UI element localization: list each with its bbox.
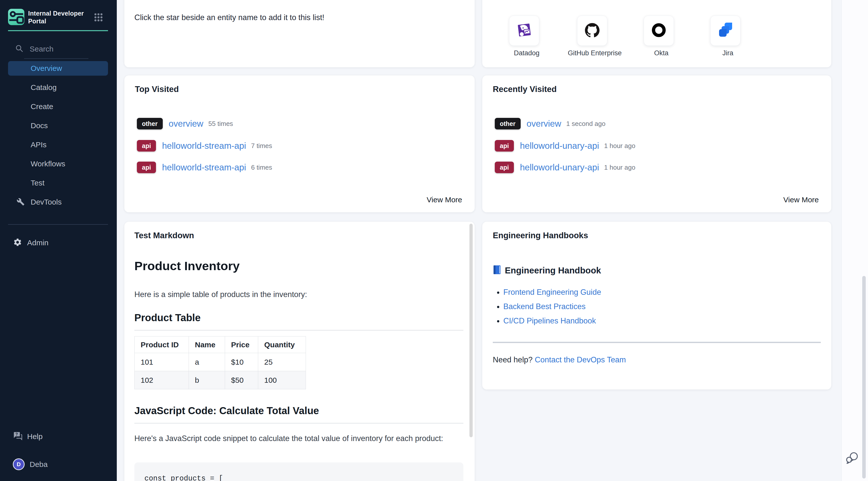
search-icon (15, 44, 24, 54)
table-row: 101 a $10 25 (135, 353, 306, 371)
list-item: Backend Best Practices (503, 299, 601, 313)
table-cell: 102 (135, 371, 189, 389)
markdown-card-title: Test Markdown (134, 231, 194, 240)
sidebar-item-apis[interactable]: APIs (0, 138, 117, 156)
column-header: Product ID (135, 336, 189, 353)
search-input[interactable]: Search (15, 41, 54, 57)
starred-entities-card: Click the star beside an entity name to … (124, 0, 475, 67)
entity-link[interactable]: helloworld-stream-api (162, 162, 246, 172)
kind-badge-other: other (495, 118, 521, 129)
entity-link[interactable]: overview (527, 119, 561, 129)
visited-row: api helloworld-stream-api 7 times (137, 140, 272, 152)
visit-count: 6 times (251, 163, 272, 171)
sidebar-item-create[interactable]: Create (0, 99, 117, 118)
avatar: D (13, 458, 25, 470)
okta-icon (651, 23, 666, 38)
tool-label-github: GitHub Enterprise (562, 49, 627, 57)
sidebar-item-workflows[interactable]: Workflows (0, 156, 117, 176)
top-visited-title: Top Visited (135, 85, 179, 94)
kind-badge-api: api (137, 140, 156, 152)
handbook-link-cicd[interactable]: CI/CD Pipelines Handbook (503, 317, 596, 325)
chat-bubbles-icon[interactable] (845, 451, 859, 466)
column-header: Price (225, 336, 258, 353)
entity-link[interactable]: helloworld-unary-api (520, 141, 599, 151)
sidebar-item-catalog[interactable]: Catalog (0, 80, 117, 99)
search-underline (24, 58, 88, 59)
github-icon (585, 23, 599, 38)
contact-devops-link[interactable]: Contact the DevOps Team (535, 355, 626, 364)
visited-row: api helloworld-unary-api 1 hour ago (495, 161, 636, 173)
tool-label-datadog: Datadog (494, 49, 559, 57)
product-table: Product ID Name Price Quantity 101 a $10… (134, 336, 306, 389)
visited-row: api helloworld-stream-api 6 times (137, 161, 272, 173)
visit-count: 7 times (251, 142, 272, 150)
list-item: CI/CD Pipelines Handbook (503, 313, 601, 328)
tool-label-okta: Okta (629, 49, 694, 57)
gear-icon (13, 238, 22, 248)
admin-label: Admin (27, 239, 49, 247)
apps-grid-icon[interactable] (94, 13, 103, 23)
table-cell: b (189, 371, 225, 389)
app-logo-icon[interactable] (8, 9, 24, 25)
sidebar-item-devtools[interactable]: DevTools (0, 195, 117, 214)
right-gutter (841, 0, 868, 481)
handbooks-card-title: Engineering Handbooks (493, 231, 588, 240)
engineering-handbooks-card: Engineering Handbooks Engineering Handbo… (482, 222, 831, 390)
sidebar-item-overview[interactable]: Overview (0, 61, 117, 80)
entity-link[interactable]: overview (169, 119, 204, 129)
section-divider (493, 342, 821, 343)
sidebar-item-test[interactable]: Test (0, 176, 117, 195)
code-block: const products = [ (134, 462, 463, 481)
view-more-button[interactable]: View More (783, 196, 819, 204)
wrench-icon (17, 198, 25, 207)
table-cell: $10 (225, 353, 258, 371)
sidebar-nav: Overview Catalog Create Docs APIs Workfl… (0, 61, 117, 214)
handbook-section-heading: Engineering Handbook (493, 265, 601, 276)
view-more-button[interactable]: View More (427, 196, 462, 204)
table-cell: 25 (258, 353, 306, 371)
accent-divider (8, 30, 108, 31)
markdown-h2-product-table: Product Table (134, 312, 463, 330)
test-markdown-card: Test Markdown Product Inventory Here is … (124, 222, 475, 481)
datadog-icon (516, 22, 532, 39)
markdown-h2-js-code: JavaScript Code: Calculate Total Value (134, 405, 463, 423)
table-header-row: Product ID Name Price Quantity (135, 336, 306, 353)
table-row: 102 b $50 100 (135, 371, 306, 389)
tool-jira[interactable] (710, 16, 740, 46)
table-cell: a (189, 353, 225, 371)
visited-row: other overview 55 times (137, 118, 233, 129)
kind-badge-other: other (137, 118, 163, 129)
kind-badge-api: api (137, 161, 156, 173)
column-header: Name (189, 336, 225, 353)
entity-link[interactable]: helloworld-unary-api (520, 162, 599, 172)
handbook-link-backend[interactable]: Backend Best Practices (503, 302, 585, 311)
sidebar-item-admin[interactable]: Admin (13, 238, 49, 248)
user-name: Deba (30, 460, 48, 469)
recently-visited-card: Recently Visited other overview 1 second… (482, 76, 831, 212)
list-item: Frontend Engineering Guide (503, 285, 601, 299)
table-cell: 101 (135, 353, 189, 371)
markdown-h1: Product Inventory (134, 259, 240, 273)
column-header: Quantity (258, 336, 306, 353)
entity-link[interactable]: helloworld-stream-api (162, 141, 246, 151)
sidebar-item-help[interactable]: ? Help (13, 431, 43, 442)
need-help-text: Need help? Contact the DevOps Team (493, 355, 626, 364)
markdown-code-intro: Here's a JavaScript code snippet to calc… (134, 432, 458, 445)
svg-text:?: ? (16, 432, 18, 437)
sidebar-item-docs[interactable]: Docs (0, 118, 117, 138)
kind-badge-api: api (495, 161, 514, 173)
help-label: Help (27, 432, 43, 441)
tool-label-jira: Jira (695, 49, 761, 57)
tool-datadog[interactable] (509, 16, 539, 46)
kind-badge-api: api (495, 140, 514, 152)
user-menu[interactable]: D Deba (13, 458, 48, 470)
visit-count: 55 times (209, 120, 233, 128)
app-title: Internal Developer Portal (28, 9, 91, 25)
search-placeholder: Search (30, 45, 54, 53)
card-scrollbar-thumb[interactable] (469, 224, 473, 437)
tool-okta[interactable] (644, 16, 674, 46)
code-line: const products = [ (145, 475, 223, 481)
tool-github-enterprise[interactable] (577, 16, 607, 46)
handbook-link-frontend[interactable]: Frontend Engineering Guide (503, 288, 601, 297)
page-scrollbar-thumb[interactable] (862, 276, 866, 479)
